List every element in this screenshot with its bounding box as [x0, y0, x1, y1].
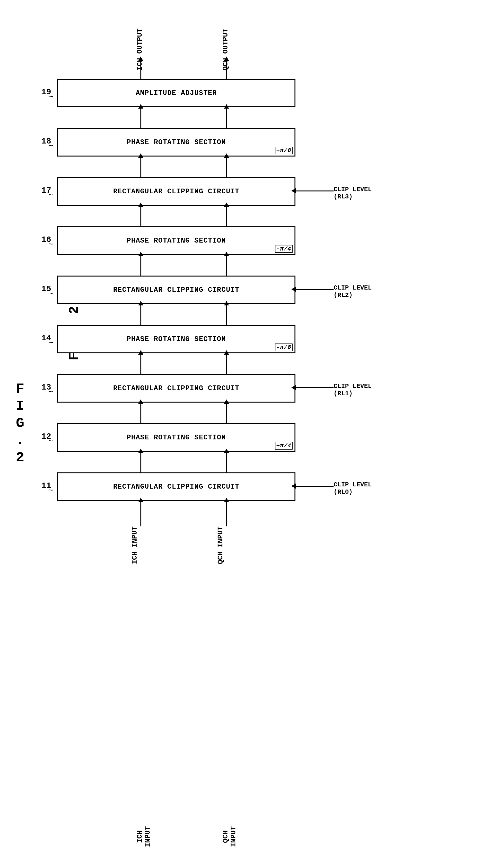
arrow-17-18-qch [226, 157, 227, 177]
block-phase-16: PHASE ROTATING SECTION -π/4 [57, 226, 295, 255]
squiggle-15: ~ [48, 289, 53, 299]
squiggle-11: ~ [48, 486, 53, 495]
block-clip-11: RECTANGULAR CLIPPING CIRCUIT [57, 472, 295, 501]
arrowhead-11-12-qch [224, 448, 229, 453]
arrow-14-15-ich [140, 304, 141, 325]
fig-label-left: F I G . 2 [16, 381, 25, 465]
arrow-17-18-ich [140, 157, 141, 177]
arrowhead-12-13-ich [138, 399, 143, 404]
arrowhead-15-16-qch [224, 252, 229, 256]
ich-output-arrow-line [140, 60, 141, 79]
qch-output-label: QCH OUTPUT [222, 29, 230, 70]
arrow-13-14-qch [226, 353, 227, 374]
rl3-arrowhead [291, 188, 296, 193]
arrowhead-17-18-ich [138, 153, 143, 158]
squiggle-19: ~ [48, 92, 53, 102]
qch-input-arrow-line [226, 501, 227, 526]
squiggle-14: ~ [48, 338, 53, 348]
arrowhead-18-19-ich [138, 104, 143, 108]
squiggle-18: ~ [48, 141, 53, 151]
diagram-container: FIG. 2 ICH INPUT QCH INPUT ICH OUTPUT QC… [57, 19, 438, 851]
arrowhead-16-17-ich [138, 203, 143, 207]
qch-output-arrow-line [226, 60, 227, 79]
block-clip-13: RECTANGULAR CLIPPING CIRCUIT [57, 374, 295, 403]
arrow-16-17-qch [226, 206, 227, 226]
qch-input-arrowhead [224, 498, 229, 502]
arrowhead-14-15-ich [138, 301, 143, 305]
arrow-12-13-qch [226, 403, 227, 423]
arrow-15-16-ich [140, 255, 141, 276]
squiggle-16: ~ [48, 240, 53, 249]
rl0-arrowhead [291, 484, 296, 489]
fig-g: G [16, 415, 25, 431]
ich-output-arrowhead [138, 57, 143, 61]
arrow-12-13-ich [140, 403, 141, 423]
arrowhead-16-17-qch [224, 203, 229, 207]
arrowhead-18-19-qch [224, 104, 229, 108]
fig-f: F [16, 381, 25, 397]
arrow-13-14-ich [140, 353, 141, 374]
arrow-15-16-qch [226, 255, 227, 276]
qch-input-label: QCH INPUT [222, 822, 238, 851]
fig-i: I [16, 398, 25, 414]
arrow-18-19-qch [226, 107, 227, 128]
clip-level-rl1: CLIP LEVEL(RL1) [334, 382, 372, 397]
rl2-arrowhead [291, 287, 296, 292]
rl0-arrow-line [295, 486, 334, 487]
clip-level-rl3: CLIP LEVEL(RL3) [334, 186, 372, 200]
ich-input-label: ICH INPUT [136, 822, 152, 851]
arrow-11-12-ich [140, 452, 141, 472]
squiggle-12: ~ [48, 437, 53, 446]
arrowhead-13-14-ich [138, 350, 143, 354]
fig-2: 2 [16, 450, 25, 465]
qch-output-arrowhead [224, 57, 229, 61]
arrow-11-12-qch [226, 452, 227, 472]
squiggle-17: ~ [48, 190, 53, 200]
arrow-18-19-ich [140, 107, 141, 128]
block-phase-12: PHASE ROTATING SECTION +π/4 [57, 423, 295, 452]
arrowhead-13-14-qch [224, 350, 229, 354]
arrowhead-12-13-qch [224, 399, 229, 404]
ich-input-label-bottom: ICH INPUT [131, 526, 139, 564]
block-clip-17: RECTANGULAR CLIPPING CIRCUIT [57, 177, 295, 206]
block-clip-15: RECTANGULAR CLIPPING CIRCUIT [57, 276, 295, 304]
ich-input-arrow-line [140, 501, 141, 526]
arrowhead-17-18-qch [224, 153, 229, 158]
block-phase-14: PHASE ROTATING SECTION -π/8 [57, 325, 295, 353]
arrowhead-14-15-qch [224, 301, 229, 305]
rl1-arrowhead [291, 385, 296, 390]
rl2-arrow-line [295, 289, 334, 290]
rl1-arrow-line [295, 387, 334, 388]
arrow-16-17-ich [140, 206, 141, 226]
block-phase-18: PHASE ROTATING SECTION +π/8 [57, 128, 295, 157]
ich-output-label: ICH OUTPUT [136, 29, 144, 70]
arrowhead-15-16-ich [138, 252, 143, 256]
rl3-arrow-line [295, 190, 334, 191]
block-amplitude-adjuster: AMPLITUDE ADJUSTER [57, 79, 295, 107]
clip-level-rl0: CLIP LEVEL(RL0) [334, 481, 372, 496]
arrowhead-11-12-ich [138, 448, 143, 453]
clip-level-rl2: CLIP LEVEL(RL2) [334, 284, 372, 299]
ich-input-arrowhead [138, 498, 143, 502]
squiggle-13: ~ [48, 387, 53, 397]
qch-input-label-bottom: QCH INPUT [217, 526, 225, 564]
arrow-14-15-qch [226, 304, 227, 325]
fig-dot: . [16, 432, 25, 448]
